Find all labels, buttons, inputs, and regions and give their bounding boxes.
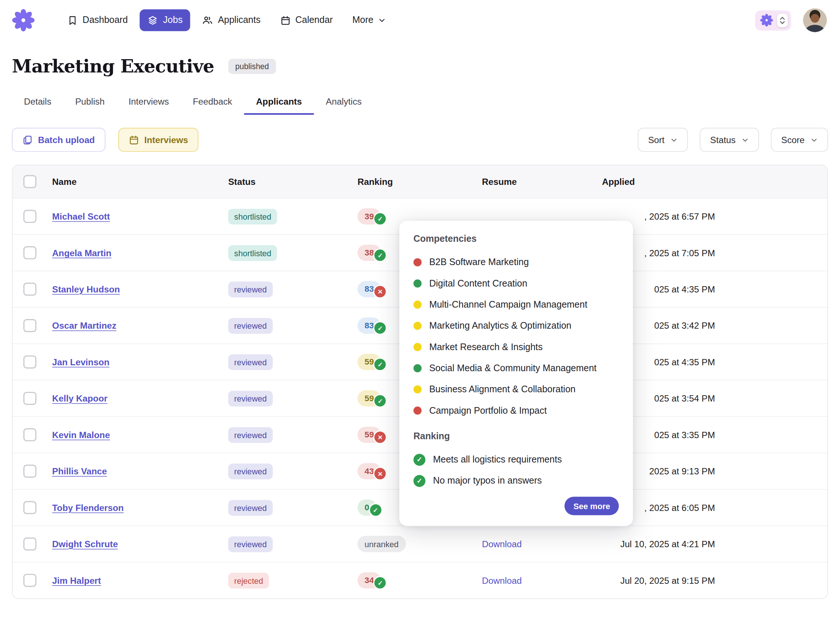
status-badge: shortlisted — [228, 208, 277, 224]
row-checkbox[interactable] — [23, 465, 36, 478]
ranking-cell: 34✓ — [357, 572, 482, 589]
row-checkbox[interactable] — [23, 392, 36, 405]
top-navigation: DashboardJobsApplicantsCalendarMore — [12, 7, 827, 34]
candidate-link[interactable]: Dwight Schrute — [52, 539, 118, 549]
competency-item: Social Media & Community Management — [413, 357, 619, 379]
nav-item-label: Applicants — [218, 15, 260, 25]
tab-analytics[interactable]: Analytics — [314, 90, 374, 115]
row-checkbox[interactable] — [23, 355, 36, 368]
ranking-value: 59 — [365, 357, 374, 367]
table-row: Dwight SchrutereviewedunrankedDownloadJu… — [13, 525, 827, 562]
check-icon: ✓ — [413, 454, 425, 466]
sort-dropdown[interactable]: Sort — [638, 128, 688, 152]
row-checkbox[interactable] — [23, 319, 36, 332]
competency-dot-green — [413, 279, 422, 287]
row-checkbox[interactable] — [23, 538, 36, 551]
nav-item-jobs[interactable]: Jobs — [140, 9, 190, 31]
status-dropdown-label: Status — [710, 134, 736, 145]
candidate-link[interactable]: Phillis Vance — [52, 466, 107, 476]
ranking-item-label: No major typos in answers — [433, 475, 542, 486]
tab-interviews[interactable]: Interviews — [117, 90, 181, 115]
tab-publish[interactable]: Publish — [63, 90, 117, 115]
nav-item-calendar[interactable]: Calendar — [273, 9, 341, 31]
applied-cell: Jul 10, 2025 at 4:21 PM — [602, 539, 828, 549]
candidate-link[interactable]: Toby Flenderson — [52, 502, 124, 513]
row-checkbox[interactable] — [23, 246, 36, 259]
row-checkbox[interactable] — [23, 210, 36, 223]
tab-feedback[interactable]: Feedback — [181, 90, 244, 115]
tab-details[interactable]: Details — [12, 90, 63, 115]
row-checkbox[interactable] — [23, 574, 36, 587]
candidate-link[interactable]: Jan Levinson — [52, 357, 109, 367]
workspace-switcher[interactable] — [755, 10, 791, 30]
job-tabs: DetailsPublishInterviewsFeedbackApplican… — [12, 90, 828, 115]
competencies-list: B2B Software MarketingDigital Content Cr… — [413, 252, 619, 421]
ranking-value: 34 — [365, 576, 374, 585]
tab-applicants[interactable]: Applicants — [244, 90, 314, 115]
nav-item-label: More — [352, 15, 373, 25]
select-all-checkbox[interactable] — [23, 175, 36, 188]
see-more-button[interactable]: See more — [565, 497, 619, 515]
score-dropdown[interactable]: Score — [771, 128, 828, 152]
resume-cell: Download — [482, 575, 602, 586]
row-checkbox-cell — [13, 246, 52, 259]
cross-icon: ✕ — [373, 430, 387, 444]
competency-label: Marketing Analytics & Optimization — [429, 321, 572, 331]
name-cell: Jan Levinson — [52, 357, 228, 367]
competency-item: Campaign Portfolio & Impact — [413, 400, 619, 421]
resume-download-link[interactable]: Download — [482, 575, 522, 586]
nav-item-more[interactable]: More — [344, 9, 393, 31]
name-cell: Michael Scott — [52, 211, 228, 221]
ranking-pill: 59✓ — [357, 390, 381, 406]
ranking-pill: 39✓ — [357, 208, 381, 224]
nav-item-label: Dashboard — [82, 15, 128, 25]
table-row: Jim Halpertrejected34✓DownloadJul 20, 20… — [13, 562, 827, 598]
bookmark-icon — [67, 15, 77, 25]
candidate-link[interactable]: Stanley Hudson — [52, 284, 120, 294]
status-dropdown[interactable]: Status — [700, 128, 759, 152]
applied-cell: , 2025 at 6:57 PM — [602, 211, 828, 221]
status-badge: rejected — [228, 572, 269, 588]
status-badge: reviewed — [228, 390, 273, 406]
status-cell: reviewed — [228, 500, 357, 516]
candidate-link[interactable]: Angela Martin — [52, 248, 111, 258]
check-icon: ✓ — [373, 394, 387, 408]
nav-item-label: Jobs — [163, 15, 183, 25]
applied-cell: , 2025 at 6:05 PM — [602, 502, 828, 513]
candidate-link[interactable]: Kelly Kapoor — [52, 393, 107, 404]
ranking-value: 59 — [365, 430, 374, 440]
status-cell: shortlisted — [228, 245, 357, 261]
user-avatar[interactable] — [803, 8, 827, 32]
nav-item-dashboard[interactable]: Dashboard — [60, 9, 136, 31]
candidate-link[interactable]: Michael Scott — [52, 211, 110, 221]
row-checkbox-cell — [13, 210, 52, 223]
competency-dot-green — [413, 364, 422, 372]
calendar-icon — [280, 15, 291, 25]
name-cell: Dwight Schrute — [52, 539, 228, 549]
name-cell: Jim Halpert — [52, 575, 228, 586]
nav-item-label: Calendar — [295, 15, 333, 25]
competency-label: Campaign Portfolio & Impact — [429, 405, 547, 416]
app-logo-flower-icon[interactable] — [12, 9, 35, 32]
batch-upload-button[interactable]: Batch upload — [12, 128, 105, 152]
nav-item-applicants[interactable]: Applicants — [194, 9, 268, 31]
competency-dot-yellow — [413, 301, 422, 309]
row-checkbox[interactable] — [23, 283, 36, 296]
resume-cell: Download — [482, 539, 602, 549]
interviews-button[interactable]: Interviews — [118, 128, 199, 152]
candidate-link[interactable]: Oscar Martinez — [52, 321, 117, 331]
column-header-label: Applied — [602, 176, 635, 187]
score-dropdown-label: Score — [781, 134, 805, 145]
ranking-list: ✓Meets all logistics requirements✓No maj… — [413, 449, 619, 491]
resume-download-link[interactable]: Download — [482, 539, 522, 549]
name-cell: Oscar Martinez — [52, 321, 228, 331]
candidate-link[interactable]: Kevin Malone — [52, 429, 110, 440]
competencies-popover: Competencies B2B Software MarketingDigit… — [399, 221, 633, 526]
status-badge: shortlisted — [228, 245, 277, 261]
row-checkbox[interactable] — [23, 428, 36, 441]
cross-icon: ✕ — [373, 467, 387, 481]
row-checkbox[interactable] — [23, 501, 36, 514]
status-cell: reviewed — [228, 281, 357, 297]
status-cell: reviewed — [228, 536, 357, 552]
candidate-link[interactable]: Jim Halpert — [52, 575, 101, 586]
